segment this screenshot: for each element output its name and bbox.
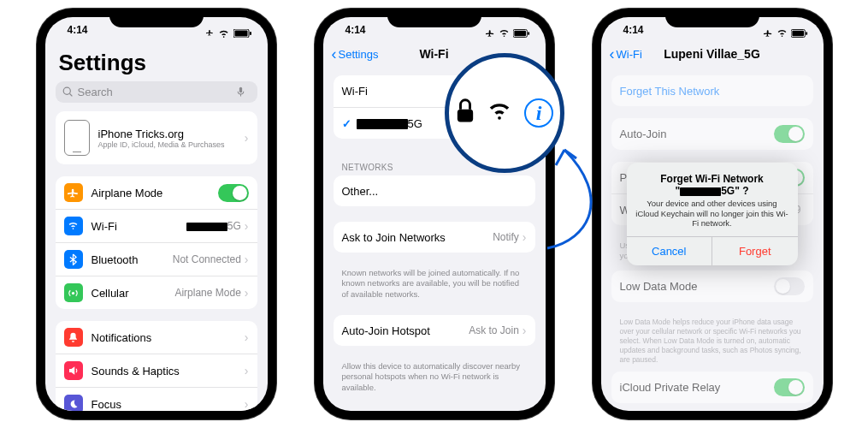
row-label: Auto-Join — [620, 128, 774, 140]
sounds-icon — [64, 361, 83, 380]
airplane-icon — [763, 29, 773, 38]
forget-alert: Forget Wi-Fi Network "5G" ? Your device … — [627, 163, 798, 266]
cellular-icon — [64, 283, 83, 302]
status-icons — [206, 24, 251, 43]
screen: 4:14 Settings Search iPhone Tricks.org A… — [45, 17, 268, 411]
status-icons — [485, 24, 530, 43]
wifi-signal-icon — [487, 102, 512, 125]
battery-icon — [513, 29, 530, 38]
hotspot-row[interactable]: Auto-Join Hotspot Ask to Join › — [334, 315, 535, 346]
row-label: Auto-Join Hotspot — [342, 324, 469, 337]
clock: 4:14 — [623, 24, 644, 43]
chevron-left-icon: ‹ — [610, 45, 615, 63]
ask-join-card: Ask to Join Networks Notify › — [334, 222, 535, 253]
notifications-row[interactable]: Notifications › — [56, 321, 257, 354]
mic-icon[interactable] — [235, 86, 246, 98]
info-icon: i — [524, 98, 553, 128]
back-button[interactable]: ‹ Settings — [332, 45, 379, 63]
phone-settings: 4:14 Settings Search iPhone Tricks.org A… — [37, 9, 276, 419]
svg-rect-2 — [250, 32, 251, 35]
chevron-right-icon: › — [245, 364, 249, 377]
private-relay-card: iCloud Private Relay — [611, 372, 813, 403]
row-value: 5G — [186, 220, 241, 232]
phone-network-detail: 4:14 ‹ Wi-Fi Lupeni Villae_5G Forget Thi… — [593, 9, 832, 419]
appleid-subtitle: Apple ID, iCloud, Media & Purchases — [98, 140, 245, 149]
row-label: Bluetooth — [92, 253, 173, 266]
notch — [109, 9, 204, 27]
battery-icon — [233, 29, 252, 38]
chevron-right-icon: › — [245, 219, 249, 233]
wifi-icon — [776, 29, 788, 38]
cellular-row[interactable]: Cellular Airplane Mode › — [56, 276, 257, 309]
svg-rect-5 — [239, 87, 241, 93]
appleid-card[interactable]: iPhone Tricks.org Apple ID, iCloud, Medi… — [56, 111, 257, 164]
wifi-settings-icon — [64, 217, 83, 235]
network-name: 5G — [357, 117, 422, 130]
notch — [387, 9, 481, 27]
search-input[interactable]: Search — [56, 81, 257, 103]
row-label: Ask to Join Networks — [342, 231, 493, 244]
focus-row[interactable]: Focus › — [56, 388, 257, 411]
clock: 4:14 — [68, 24, 88, 43]
svg-rect-1 — [234, 31, 247, 37]
chevron-right-icon: › — [245, 131, 249, 145]
sounds-row[interactable]: Sounds & Haptics › — [56, 354, 257, 388]
other-network-row[interactable]: Other... — [334, 175, 535, 206]
airplane-mode-icon — [64, 183, 83, 202]
device-icon — [64, 120, 90, 156]
forget-card: Forget This Network — [611, 75, 813, 106]
ask-join-row[interactable]: Ask to Join Networks Notify › — [334, 222, 535, 253]
navbar: ‹ Wi-Fi Lupeni Villae_5G — [601, 43, 824, 67]
magnifier-callout: i — [445, 53, 564, 173]
airplane-icon — [206, 29, 215, 38]
svg-point-6 — [72, 291, 74, 294]
forget-button[interactable]: Forget — [712, 237, 798, 265]
ask-join-footer: Known networks will be joined automatica… — [323, 265, 546, 300]
bluetooth-icon — [64, 250, 83, 269]
bluetooth-row[interactable]: Bluetooth Not Connected › — [56, 243, 257, 276]
autojoin-toggle[interactable] — [774, 125, 805, 143]
lock-icon — [456, 98, 475, 127]
svg-rect-12 — [514, 31, 526, 36]
airplane-row[interactable]: Airplane Mode — [56, 176, 257, 210]
row-label: Other... — [342, 185, 527, 198]
check-icon: ✓ — [342, 117, 351, 130]
private-relay-row[interactable]: iCloud Private Relay — [611, 372, 813, 403]
search-icon — [62, 86, 74, 98]
row-value: Airplane Mode — [174, 287, 240, 299]
airplane-toggle[interactable] — [218, 184, 249, 202]
autojoin-row[interactable]: Auto-Join — [611, 118, 813, 150]
svg-rect-18 — [806, 32, 807, 35]
chevron-right-icon: › — [245, 330, 249, 344]
hotspot-footer: Allow this device to automatically disco… — [323, 358, 546, 393]
wifi-icon — [218, 29, 229, 38]
notch — [665, 9, 759, 27]
row-label: Notifications — [92, 331, 245, 344]
cancel-button[interactable]: Cancel — [627, 237, 712, 265]
clock: 4:14 — [345, 24, 366, 43]
private-relay-toggle[interactable] — [774, 378, 805, 396]
forget-network-row[interactable]: Forget This Network — [611, 75, 813, 106]
appleid-title: iPhone Tricks.org — [98, 128, 245, 140]
lowdata-toggle[interactable] — [774, 277, 805, 295]
wifi-icon — [499, 29, 510, 38]
svg-line-4 — [69, 94, 72, 97]
row-value: Ask to Join — [469, 324, 519, 336]
networks-card: Other... — [334, 175, 535, 206]
chevron-right-icon: › — [523, 230, 527, 244]
svg-rect-17 — [792, 31, 804, 36]
svg-point-3 — [63, 87, 70, 94]
row-label: Wi-Fi — [92, 220, 186, 233]
chevron-right-icon: › — [245, 286, 249, 300]
lowdata-row[interactable]: Low Data Mode — [611, 270, 813, 302]
row-value: Not Connected — [173, 253, 241, 265]
lowdata-card: Low Data Mode — [611, 270, 813, 302]
airplane-icon — [485, 29, 495, 38]
autojoin-card: Auto-Join — [611, 118, 813, 150]
back-button[interactable]: ‹ Wi-Fi — [610, 45, 642, 63]
wifi-row[interactable]: Wi-Fi 5G › — [56, 210, 257, 243]
notifications-group: Notifications › Sounds & Haptics › Focus… — [56, 321, 257, 411]
page-title: Settings — [45, 43, 268, 81]
row-value: Notify — [493, 231, 519, 243]
status-icons — [763, 24, 808, 43]
